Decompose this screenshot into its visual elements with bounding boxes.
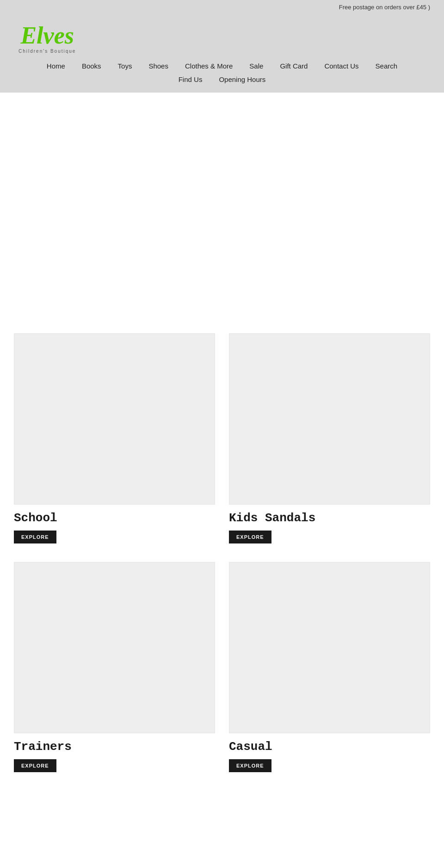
header: Elves Children's Boutique [0,14,444,58]
product-image-school [14,333,215,505]
product-image-trainers [14,562,215,733]
nav-contact-us[interactable]: Contact Us [316,58,367,74]
explore-button-trainers[interactable]: EXPLORE [14,759,56,772]
explore-button-casual[interactable]: EXPLORE [229,759,271,772]
product-card-school: School EXPLORE [14,333,215,548]
nav-opening-hours[interactable]: Opening Hours [210,74,274,85]
nav-clothes-more[interactable]: Clothes & More [177,58,241,74]
logo-inner: Elves Children's Boutique [18,24,76,54]
nav-gift-card[interactable]: Gift Card [271,58,316,74]
navigation: Home Books Toys Shoes Clothes & More Sal… [0,58,444,93]
product-title-trainers: Trainers [14,740,215,754]
nav-search[interactable]: Search [367,58,406,74]
product-image-casual [229,562,430,733]
product-title-casual: Casual [229,740,430,754]
nav-row-2: Find Us Opening Hours [0,74,444,85]
logo-container[interactable]: Elves Children's Boutique [18,24,76,54]
top-bar: Free postage on orders over £45 ) [0,0,444,14]
product-image-kids-sandals [229,333,430,505]
logo-sub: Children's Boutique [18,49,76,54]
nav-find-us[interactable]: Find Us [170,74,211,85]
hero-banner [0,93,444,324]
nav-sale[interactable]: Sale [241,58,271,74]
product-title-school: School [14,511,215,525]
nav-home[interactable]: Home [38,58,74,74]
logo-text: Elves [20,24,74,48]
nav-toys[interactable]: Toys [110,58,141,74]
top-bar-message: Free postage on orders over £45 ) [339,4,430,11]
products-section: School EXPLORE Kids Sandals EXPLORE Trai… [0,324,444,786]
explore-button-kids-sandals[interactable]: EXPLORE [229,531,271,543]
product-card-trainers: Trainers EXPLORE [14,562,215,777]
product-title-kids-sandals: Kids Sandals [229,511,430,525]
nav-row-1: Home Books Toys Shoes Clothes & More Sal… [0,58,444,74]
product-card-kids-sandals: Kids Sandals EXPLORE [229,333,430,548]
nav-books[interactable]: Books [74,58,110,74]
nav-shoes[interactable]: Shoes [140,58,177,74]
products-grid: School EXPLORE Kids Sandals EXPLORE Trai… [14,333,430,777]
explore-button-school[interactable]: EXPLORE [14,531,56,543]
product-card-casual: Casual EXPLORE [229,562,430,777]
